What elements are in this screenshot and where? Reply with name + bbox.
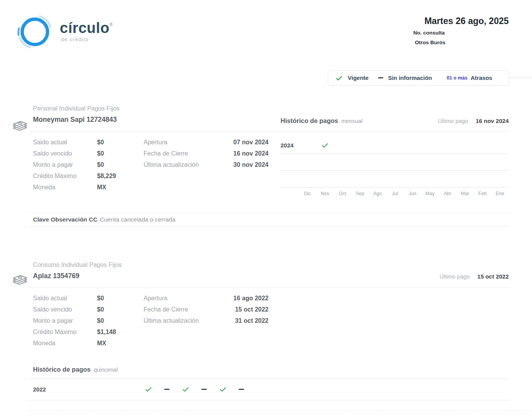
- field-row: MonedaMX: [33, 338, 144, 349]
- date-row: Apertura16 ago 2022: [144, 293, 269, 304]
- payment-status-legend: Vigente Sin información 01 o más Atrasos: [328, 70, 509, 85]
- month-label: Mar: [456, 191, 474, 196]
- date-row: Fecha de Cierre15 oct 2022: [144, 304, 269, 315]
- field-value: $0: [97, 139, 104, 146]
- payment-marks: [299, 142, 509, 149]
- legend-atrasos-label: Atrasos: [471, 74, 492, 81]
- payment-marks: [139, 386, 251, 393]
- month-label: Jun: [404, 191, 421, 196]
- history-title: Histórico de pagos: [33, 366, 91, 373]
- field-value: $0: [97, 161, 104, 168]
- date-value: 16 ago 2022: [233, 295, 269, 302]
- observation-row: Clave Observación CC Cuenta cancelada o …: [29, 212, 509, 227]
- otros-buros-label: Otros Burós: [415, 40, 445, 45]
- consulta-label: No. consulta: [413, 30, 445, 36]
- field-label: Saldo actual: [33, 295, 97, 302]
- empty-cell: [369, 142, 386, 149]
- year-label: 2024: [281, 142, 299, 149]
- last-payment-label: Último pago: [438, 118, 468, 124]
- month-label: Sep: [351, 191, 369, 196]
- account-type-label: Personal Individual Pagos Fijos: [33, 105, 120, 112]
- empty-cell: [299, 142, 316, 149]
- account-name: Moneyman Sapi 12724843: [33, 116, 117, 124]
- month-label: Dic: [299, 191, 316, 196]
- field-row: Saldo vencido$0: [33, 304, 144, 315]
- field-value: $1,148: [97, 329, 116, 336]
- date-label: Última actualización: [144, 161, 233, 168]
- legend-atrasos-count: 01 o más: [447, 75, 468, 81]
- field-row: Monto a pagar$0: [33, 159, 144, 170]
- circulo-logo: círculo® de crédito: [14, 13, 113, 52]
- last-payment-header: Último pago15 oct 2022: [407, 273, 509, 280]
- date-label: Fecha de Cierre: [144, 306, 235, 313]
- month-label: Ene: [491, 191, 509, 196]
- dash-icon: [195, 386, 213, 393]
- month-label: Abr: [439, 191, 456, 196]
- date-label: Apertura: [144, 139, 233, 146]
- report-date: Martes 26 ago, 2025: [425, 16, 509, 26]
- month-label: Ago: [369, 191, 386, 196]
- month-label: Oct: [334, 191, 351, 196]
- empty-cell: [334, 142, 351, 149]
- field-label: Saldo vencido: [33, 150, 97, 157]
- legend-extension-line: [509, 78, 532, 78]
- account-fields: Saldo actual$0 Saldo vencido$0 Monto a p…: [33, 137, 144, 193]
- history-frequency: mensual: [341, 118, 363, 124]
- page-end-divider: [30, 410, 530, 411]
- empty-cell: [351, 142, 369, 149]
- field-label: Saldo vencido: [33, 306, 97, 313]
- year-label: 2022: [33, 386, 139, 393]
- payment-year-row: 2024: [281, 137, 509, 154]
- observation-key: Clave Observación CC: [33, 216, 97, 223]
- field-value: MX: [97, 340, 106, 347]
- date-label: Apertura: [144, 295, 233, 302]
- legend-vigente-label: Vigente: [348, 74, 369, 81]
- check-icon: [139, 386, 158, 393]
- history-header: Histórico de pagosquincenal: [33, 366, 118, 373]
- empty-cell: [474, 142, 491, 149]
- field-value: MX: [97, 184, 106, 191]
- dash-icon: [158, 386, 176, 393]
- money-stack-icon: [10, 117, 29, 134]
- date-label: Fecha de Cierre: [144, 150, 233, 157]
- field-row: Crédito Máximo$1,148: [33, 326, 144, 338]
- empty-year-row: [281, 171, 509, 187]
- account-name: Aplaz 1354769: [33, 272, 80, 280]
- account-fields: Saldo actual$0 Saldo vencido$0 Monto a p…: [33, 293, 144, 349]
- month-label: Jul: [386, 191, 404, 196]
- credit-report-page: círculo® de crédito Martes 26 ago, 2025 …: [0, 0, 532, 419]
- date-label: Última actualización: [144, 317, 235, 324]
- month-labels-row: Dic Nov Oct Sep Ago Jul Jun May Abr Mar …: [281, 187, 509, 199]
- field-value: $0: [97, 306, 104, 313]
- check-icon: [316, 142, 334, 149]
- payment-history-grid: 2024 Dic Nov Oct Sep Ago Jul Jun May Abr…: [281, 137, 509, 199]
- last-payment-date: 15 oct 2022: [477, 273, 509, 280]
- field-label: Saldo actual: [33, 139, 97, 146]
- date-value: 07 nov 2024: [233, 139, 269, 146]
- field-value: $8,229: [97, 173, 116, 180]
- date-value: 16 nov 2024: [233, 150, 269, 157]
- history-header: Histórico de pagosmensual Último pago16 …: [281, 117, 509, 125]
- field-label: Moneda: [33, 184, 97, 191]
- legend-sin-informacion-label: Sin información: [388, 74, 432, 81]
- field-row: Saldo actual$0: [33, 293, 144, 304]
- divider: [29, 287, 509, 288]
- empty-cell: [386, 142, 404, 149]
- month-label: May: [421, 191, 439, 196]
- field-row: MonedaMX: [33, 182, 144, 193]
- last-payment-label: Último pago: [440, 274, 470, 280]
- field-row: Monto a pagar$0: [33, 315, 144, 326]
- last-payment-date: 16 nov 2024: [476, 118, 509, 124]
- check-icon: [213, 386, 232, 393]
- date-value: 31 oct 2022: [235, 317, 269, 324]
- month-label: Nov: [316, 191, 334, 196]
- account-dates: Apertura16 ago 2022 Fecha de Cierre15 oc…: [144, 293, 269, 326]
- account-type-label: Consumo Individual Pagos Fijos: [33, 261, 122, 268]
- month-label: Feb: [474, 191, 491, 196]
- date-value: 15 oct 2022: [235, 306, 269, 313]
- empty-cell: [456, 142, 474, 149]
- date-row: Apertura07 nov 2024: [144, 137, 269, 148]
- date-row: Última actualización30 nov 2024: [144, 159, 269, 170]
- field-value: $0: [97, 317, 104, 324]
- dash-icon: [378, 77, 383, 78]
